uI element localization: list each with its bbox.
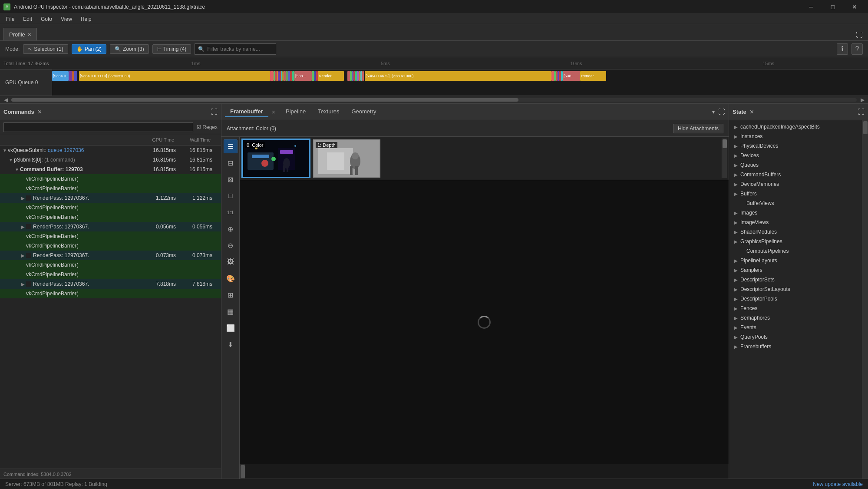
fb-tool-square[interactable]: □: [224, 189, 238, 203]
scroll-right-button[interactable]: ▶: [858, 96, 866, 104]
fb-tool-frame[interactable]: ⬜: [224, 321, 238, 335]
menu-help[interactable]: Help: [76, 14, 96, 24]
state-item-fences[interactable]: ▶ Fences: [729, 304, 862, 313]
table-row[interactable]: ▶ RenderPass: 12970367. 0.056ms 0.056ms: [0, 222, 221, 231]
table-row[interactable]: ▼ vkQueueSubmit: queue 1297036 16.815ms …: [0, 145, 221, 155]
commands-list[interactable]: ▼ vkQueueSubmit: queue 1297036 16.815ms …: [0, 145, 221, 469]
table-row[interactable]: ▶ RenderPass: 12970367. 1.122ms 1.122ms: [0, 193, 221, 203]
gpu-block[interactable]: [362, 71, 364, 81]
fb-tool-download[interactable]: ⬇: [224, 337, 238, 351]
gpu-block[interactable]: [69, 71, 72, 81]
minimize-button[interactable]: ─: [801, 0, 821, 14]
fb-tool-x[interactable]: ⊠: [224, 172, 238, 186]
state-item-events[interactable]: ▶ Events: [729, 323, 862, 332]
commands-expand-button[interactable]: ⛶: [211, 108, 218, 116]
maximize-button[interactable]: □: [823, 0, 843, 14]
state-item-descriptorPools[interactable]: ▶ DescriptorPools: [729, 294, 862, 304]
state-item-graphicsPipelines[interactable]: ▶ GraphicsPipelines: [729, 237, 862, 246]
mode-pan-button[interactable]: ✋ Pan (2): [72, 44, 106, 54]
fb-scrollbar-thumb[interactable]: [241, 465, 245, 478]
state-item-framebuffers[interactable]: ▶ Framebuffers: [729, 342, 862, 351]
menu-view[interactable]: View: [56, 14, 76, 24]
table-row[interactable]: ▶ vkCmdPipelineBarrier(: [0, 203, 221, 212]
table-row[interactable]: ▶ vkCmdPipelineBarrier(: [0, 184, 221, 193]
gpu-block[interactable]: Render: [580, 71, 606, 81]
state-item-cachedUnpacked[interactable]: ▶ cachedUnpackedImageAspectBits: [729, 122, 862, 132]
framebuffer-view[interactable]: [240, 180, 729, 464]
table-row[interactable]: ▼ Command Buffer: 129703 16.815ms 16.815…: [0, 165, 221, 174]
state-item-queryPools[interactable]: ▶ QueryPools: [729, 332, 862, 342]
state-item-queues[interactable]: ▶ Queues: [729, 160, 862, 170]
expand-icon[interactable]: ▶: [20, 253, 26, 258]
tab-geometry[interactable]: Geometry: [346, 106, 381, 117]
state-item-devices[interactable]: ▶ Devices: [729, 151, 862, 160]
gpu-block[interactable]: [5384 0...: [52, 71, 69, 81]
menu-edit[interactable]: Edit: [19, 14, 36, 24]
framebuffer-expand-button[interactable]: ⛶: [718, 108, 725, 116]
expand-icon[interactable]: ▶: [20, 282, 26, 287]
state-scrollbar[interactable]: [862, 120, 868, 479]
table-row[interactable]: ▶ vkCmdPipelineBarrier(: [0, 289, 221, 298]
state-item-bufferViews[interactable]: ▶ BufferViews: [729, 198, 862, 208]
gpu-block[interactable]: [538...: [563, 71, 580, 81]
state-item-descriptorSets[interactable]: ▶ DescriptorSets: [729, 275, 862, 284]
state-item-deviceMemories[interactable]: ▶ DeviceMemories: [729, 179, 862, 189]
gpu-block[interactable]: [5384 0 4672], (2280x1080): [365, 71, 551, 81]
state-item-instances[interactable]: ▶ Instances: [729, 132, 862, 141]
fb-tool-minus[interactable]: ⊟: [224, 156, 238, 170]
table-row[interactable]: ▶ RenderPass: 12970367. 0.073ms 0.073ms: [0, 251, 221, 260]
state-item-descriptorSetLayouts[interactable]: ▶ DescriptorSetLayouts: [729, 284, 862, 294]
tab-textures[interactable]: Textures: [313, 106, 344, 117]
framebuffer-scrollbar[interactable]: [240, 464, 245, 479]
state-item-imageViews[interactable]: ▶ ImageViews: [729, 218, 862, 227]
mode-selection-button[interactable]: ↖ Selection (1): [23, 44, 68, 54]
scroll-thumb[interactable]: [11, 98, 518, 102]
state-close-button[interactable]: ×: [750, 108, 754, 116]
fb-thumb-color[interactable]: 0: Color: [241, 139, 310, 178]
expand-icon[interactable]: ▼: [8, 158, 14, 162]
state-item-samplers[interactable]: ▶ Samplers: [729, 265, 862, 275]
gpu-block[interactable]: [5384 0 0 1110] (2280x1080): [79, 71, 270, 81]
state-item-physicalDevices[interactable]: ▶ PhysicalDevices: [729, 141, 862, 151]
scroll-left-button[interactable]: ◀: [2, 96, 10, 104]
framebuffer-more-button[interactable]: ▾: [712, 109, 715, 115]
regex-toggle[interactable]: ☑ Regex: [197, 124, 218, 130]
table-row[interactable]: ▶ vkCmdPipelineBarrier(: [0, 174, 221, 184]
gpu-block[interactable]: [538...: [294, 71, 312, 81]
fb-thumb-depth[interactable]: 1: Depth: [312, 139, 381, 178]
table-row[interactable]: ▶ vkCmdPipelineBarrier(: [0, 231, 221, 241]
fb-tool-select[interactable]: ☰: [224, 139, 238, 153]
fb-tool-zoom-out[interactable]: ⊖: [224, 238, 238, 252]
gpu-block[interactable]: [74, 71, 77, 81]
state-list[interactable]: ▶ cachedUnpackedImageAspectBits ▶ Instan…: [729, 120, 862, 479]
fb-tool-zoom-in[interactable]: ⊕: [224, 222, 238, 236]
expand-icon[interactable]: ▶: [20, 196, 26, 201]
profile-tab[interactable]: Profile ×: [3, 28, 37, 40]
state-scrollbar-thumb[interactable]: [863, 121, 868, 134]
gpu-queue-content[interactable]: [5384 0...[5384 0 0 1110] (2280x1080)[53…: [52, 69, 868, 96]
info-button[interactable]: ℹ: [837, 43, 848, 55]
profile-maximize-button[interactable]: ⛶: [854, 30, 865, 40]
commands-close-button[interactable]: ×: [38, 108, 42, 116]
hide-attachments-button[interactable]: Hide Attachments: [673, 124, 723, 133]
table-row[interactable]: ▼ pSubmits[0]: (1 command) 16.815ms 16.8…: [0, 155, 221, 165]
commands-search-input[interactable]: [3, 122, 193, 132]
help-button[interactable]: ?: [851, 43, 863, 55]
state-item-pipelineLayouts[interactable]: ▶ PipelineLayouts: [729, 256, 862, 265]
tab-framebuffer[interactable]: Framebuffer: [225, 106, 268, 117]
thumbnail-scrollbar-thumb[interactable]: [723, 139, 727, 148]
gpu-block[interactable]: [270, 71, 274, 81]
state-expand-button[interactable]: ⛶: [858, 108, 865, 116]
state-item-computePipelines[interactable]: ▶ ComputePipelines: [729, 246, 862, 256]
table-row[interactable]: ▶ RenderPass: 12970367. 7.818ms 7.818ms: [0, 279, 221, 289]
profile-tab-close[interactable]: ×: [28, 31, 31, 38]
table-row[interactable]: ▶ vkCmdPipelineBarrier(: [0, 212, 221, 222]
framebuffer-tab-close[interactable]: ×: [272, 109, 275, 116]
state-item-shaderModules[interactable]: ▶ ShaderModules: [729, 227, 862, 237]
fb-tool-color[interactable]: 🎨: [224, 271, 238, 285]
expand-icon[interactable]: ▼: [2, 148, 8, 153]
state-item-semaphores[interactable]: ▶ Semaphores: [729, 313, 862, 323]
mode-zoom-button[interactable]: 🔍 Zoom (3): [110, 44, 149, 54]
gpu-block[interactable]: Render: [318, 71, 344, 81]
state-item-commandBuffers[interactable]: ▶ CommandBuffers: [729, 170, 862, 179]
